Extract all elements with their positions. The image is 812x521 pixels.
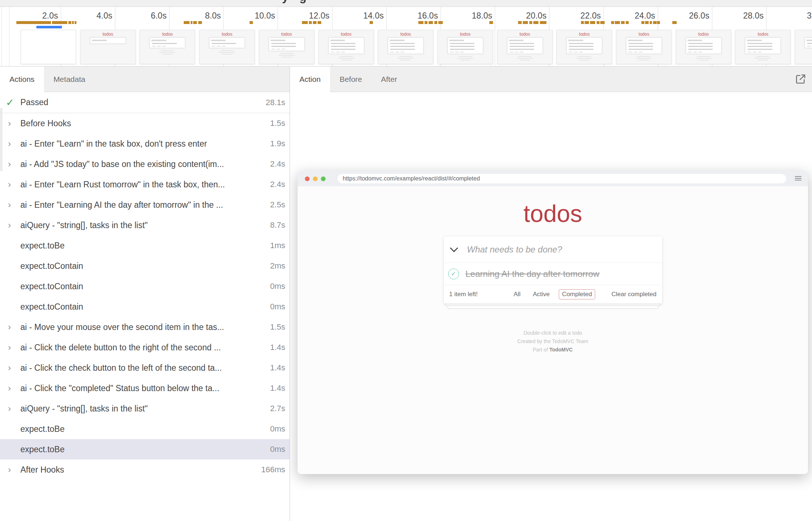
filmstrip-thumbnail[interactable]: todos (259, 30, 314, 64)
timeline-action-bar (581, 21, 584, 24)
filmstrip-thumbnail[interactable]: todos (557, 30, 612, 64)
tab-actions[interactable]: Actions (0, 67, 44, 92)
menu-icon[interactable] (795, 176, 801, 182)
action-row[interactable]: expect.toBe0ms (0, 419, 290, 439)
chevron-right-icon[interactable]: › (8, 317, 17, 337)
mini-info-lines (617, 56, 671, 60)
action-duration: 8.7s (270, 220, 285, 230)
action-duration: 1.4s (270, 343, 285, 352)
chevron-right-icon[interactable]: › (8, 358, 17, 378)
timeline-ruler[interactable]: 2.0s4.0s6.0s8.0s10.0s12.0s14.0s16.0s18.0… (0, 7, 812, 67)
chevron-right-icon[interactable]: › (8, 337, 17, 358)
action-duration: 1.4s (270, 363, 285, 373)
action-row[interactable]: expect.toBe0ms (0, 439, 290, 460)
url-bar[interactable]: https://todomvc.com/examples/react/dist/… (338, 174, 786, 183)
check-icon: ✓ (6, 97, 17, 108)
action-label: Passed (20, 98, 266, 107)
filmstrip-thumbnail[interactable]: todos (497, 30, 553, 64)
tab-after[interactable]: After (371, 67, 406, 92)
thumbnail-mini-card (745, 37, 781, 54)
action-label: ai - Add "JS today" to base on the exist… (20, 159, 270, 169)
action-row[interactable]: expect.toBe1ms (0, 235, 290, 256)
action-row[interactable]: expect.toContain2ms (0, 256, 290, 276)
action-label: ai - Enter "Learning AI the day after to… (20, 200, 270, 210)
chevron-right-icon[interactable]: › (8, 174, 17, 195)
action-label: ai - Enter "Learn Rust tomorrow" in the … (20, 180, 270, 190)
thumbnail-mini-card (566, 37, 602, 54)
mini-todo-line (569, 43, 593, 44)
clipped-test-title: yg (282, 0, 317, 4)
action-label: ai - Move your mouse over the second ite… (20, 322, 270, 332)
chevron-right-icon[interactable]: › (8, 154, 17, 174)
timeline-tick-label: 16.0s (398, 11, 438, 21)
thumbnail-todos-title: todos (81, 32, 135, 37)
mini-footer (212, 46, 242, 47)
action-row[interactable]: ›ai - Add "JS today" to base on the exis… (0, 154, 290, 174)
actions-panel: ActionsMetadata ✓Passed28.1s›Before Hook… (0, 67, 290, 521)
filter-all[interactable]: All (510, 289, 524, 299)
timeline-tick-label: 22.0s (561, 11, 601, 21)
filmstrip-thumbnail[interactable]: todos (438, 30, 493, 64)
action-row[interactable]: ›ai - Enter "Learn Rust tomorrow" in the… (0, 174, 290, 195)
action-row[interactable]: ›ai - Move your mouse over the second it… (0, 317, 290, 337)
tab-action[interactable]: Action (290, 67, 330, 92)
timeline-action-bar (302, 21, 308, 24)
mini-info-lines (676, 56, 731, 60)
filmstrip-thumbnail[interactable]: todos (735, 30, 791, 64)
timeline-action-bar (370, 21, 373, 24)
chevron-right-icon[interactable]: › (8, 195, 17, 215)
chevron-right-icon[interactable]: › (8, 134, 17, 154)
tab-metadata[interactable]: Metadata (44, 67, 95, 92)
action-row[interactable]: ›ai - Click the "completed" Status butto… (0, 378, 290, 398)
action-row[interactable]: ›ai - Click the delete button to the rig… (0, 337, 290, 358)
thumbnail-mini-card (507, 37, 543, 54)
action-row[interactable]: ›ai - Enter "Learn" in the task box, don… (0, 134, 290, 154)
thumbnail-todos-title: todos (617, 32, 671, 37)
filmstrip-thumbnail[interactable]: todos (616, 30, 672, 64)
new-todo-input[interactable]: What needs to be done? (467, 244, 562, 255)
action-row[interactable]: ›aiQuery - "string[], tasks in the list"… (0, 215, 290, 235)
toggle-all-chevron-down-icon[interactable] (450, 244, 458, 252)
traffic-light-minimize-icon (313, 176, 318, 181)
timeline-action-bar (16, 21, 51, 24)
filmstrip-thumbnail[interactable]: todos (795, 30, 812, 64)
mini-todo-line (510, 46, 534, 47)
open-external-icon[interactable] (794, 73, 807, 86)
action-row[interactable]: expect.toContain0ms (0, 297, 290, 317)
action-row[interactable]: ›aiQuery - "string[], tasks in the list"… (0, 398, 290, 419)
chevron-right-icon[interactable]: › (8, 378, 17, 398)
mini-footer (569, 52, 600, 52)
chevron-right-icon[interactable]: › (8, 215, 17, 235)
chevron-right-icon[interactable]: › (8, 460, 17, 480)
tab-before[interactable]: Before (330, 67, 371, 92)
action-label: expect.toContain (20, 282, 270, 291)
top-header: yg (0, 0, 812, 7)
action-row[interactable]: ›ai - Enter "Learning AI the day after t… (0, 195, 290, 215)
filter-completed[interactable]: Completed (559, 289, 595, 299)
action-duration: 1.9s (270, 139, 285, 148)
action-row[interactable]: ›ai - Click the check button to the left… (0, 358, 290, 378)
chevron-right-icon[interactable]: › (8, 113, 17, 134)
chevron-right-icon[interactable]: › (8, 398, 17, 419)
filmstrip-thumbnail[interactable]: todos (378, 30, 433, 64)
timeline-action-bar (585, 21, 589, 24)
action-row[interactable]: expect.toContain0ms (0, 276, 290, 297)
test-status-row[interactable]: ✓Passed28.1s (0, 92, 290, 113)
filmstrip-thumbnail[interactable]: todos (80, 30, 136, 64)
mini-todo-line (390, 49, 415, 50)
action-row[interactable]: ›After Hooks166ms (0, 460, 290, 480)
action-duration: 2.5s (270, 200, 285, 210)
filmstrip-thumbnail[interactable]: todos (676, 30, 731, 64)
timeline-tick-label: 28.0s (724, 11, 764, 21)
clear-completed-button[interactable]: Clear completed (612, 291, 657, 298)
filmstrip-thumbnail[interactable] (21, 30, 76, 64)
info-line: Created by the TodoMVC Team (298, 337, 808, 346)
todo-checkbox-checked-icon[interactable]: ✓ (448, 269, 459, 279)
mini-footer (807, 46, 812, 47)
filmstrip-thumbnail[interactable]: todos (319, 30, 374, 64)
action-row[interactable]: ›Before Hooks1.5s (0, 113, 290, 134)
timeline-action-bar (191, 21, 192, 24)
filmstrip-thumbnail[interactable]: todos (140, 30, 195, 64)
filmstrip-thumbnail[interactable]: todos (199, 30, 255, 64)
filter-active[interactable]: Active (530, 289, 553, 299)
